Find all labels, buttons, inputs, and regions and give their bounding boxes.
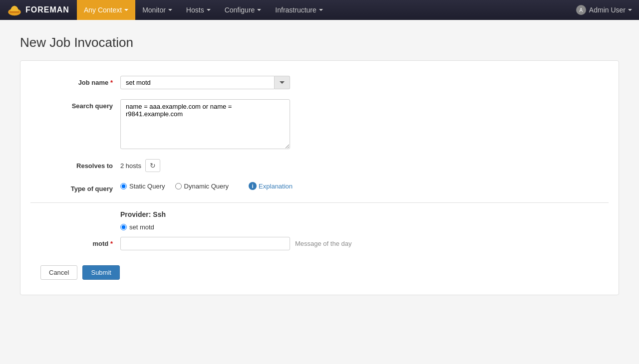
nav-item-hosts[interactable]: Hosts bbox=[179, 0, 218, 20]
nav-item-any-context[interactable]: Any Context bbox=[77, 0, 135, 20]
provider-job-option[interactable]: set motd bbox=[120, 223, 154, 231]
main-content: New Job Invocation Job name * Search que… bbox=[0, 20, 639, 305]
form-container: Job name * Search query name = aaa.examp… bbox=[20, 60, 619, 295]
job-name-label: Job name * bbox=[30, 76, 120, 86]
motd-input-row: Message of the day bbox=[120, 237, 351, 250]
resolves-to-value: 2 hosts bbox=[120, 162, 141, 170]
navbar-right: A Admin User bbox=[569, 0, 639, 20]
motd-label: motd * bbox=[30, 237, 120, 247]
nav-item-configure[interactable]: Configure bbox=[218, 0, 269, 20]
brand-link[interactable]: FOREMAN bbox=[0, 0, 77, 20]
dynamic-query-radio[interactable] bbox=[175, 183, 182, 189]
refresh-button[interactable]: ↻ bbox=[145, 159, 160, 172]
resolves-to-label: Resolves to bbox=[30, 159, 120, 170]
search-query-label: Search query bbox=[30, 99, 120, 110]
brand-name: FOREMAN bbox=[25, 5, 69, 14]
static-query-label: Static Query bbox=[129, 182, 165, 190]
chevron-down-icon bbox=[207, 9, 211, 11]
nav-item-monitor[interactable]: Monitor bbox=[135, 0, 179, 20]
chevron-down-icon bbox=[124, 9, 128, 11]
provider-section: Provider: Ssh set motd motd * Message of… bbox=[30, 202, 609, 250]
dynamic-query-label: Dynamic Query bbox=[184, 182, 229, 190]
motd-group: motd * Message of the day bbox=[30, 237, 609, 250]
chevron-down-icon bbox=[280, 81, 285, 84]
refresh-icon: ↻ bbox=[150, 162, 156, 170]
search-query-textarea[interactable]: name = aaa.example.com or name = r9841.e… bbox=[120, 99, 290, 149]
info-icon: i bbox=[249, 182, 257, 190]
job-name-input[interactable] bbox=[120, 76, 275, 89]
job-name-dropdown-btn[interactable] bbox=[275, 76, 290, 89]
search-query-group: Search query name = aaa.example.com or n… bbox=[30, 99, 609, 149]
type-of-query-group: Type of query Static Query Dynamic Query… bbox=[30, 182, 609, 192]
page-title: New Job Invocation bbox=[20, 35, 619, 50]
provider-job-radio[interactable] bbox=[120, 224, 127, 230]
nav-item-administer[interactable]: A Admin User bbox=[569, 0, 639, 20]
resolves-to-group: Resolves to 2 hosts ↻ bbox=[30, 159, 609, 172]
provider-job-label: set motd bbox=[129, 223, 154, 231]
motd-input[interactable] bbox=[120, 237, 290, 250]
static-query-radio[interactable] bbox=[120, 183, 127, 189]
job-name-input-group bbox=[120, 76, 290, 89]
submit-button[interactable]: Submit bbox=[82, 265, 119, 280]
svg-rect-1 bbox=[9, 11, 19, 13]
nav-item-infrastructure[interactable]: Infrastructure bbox=[268, 0, 329, 20]
provider-title: Provider: Ssh bbox=[120, 210, 609, 218]
foreman-logo-icon bbox=[7, 3, 21, 17]
avatar: A bbox=[576, 5, 586, 15]
navbar: FOREMAN Any Context Monitor Hosts Config… bbox=[0, 0, 639, 20]
dynamic-query-option[interactable]: Dynamic Query bbox=[175, 182, 229, 190]
chevron-down-icon bbox=[168, 9, 172, 11]
motd-hint: Message of the day bbox=[295, 240, 351, 247]
provider-radio-row: set motd bbox=[120, 223, 609, 231]
static-query-option[interactable]: Static Query bbox=[120, 182, 165, 190]
chevron-down-icon bbox=[257, 9, 261, 11]
cancel-button[interactable]: Cancel bbox=[40, 265, 77, 280]
type-of-query-label: Type of query bbox=[30, 182, 120, 192]
query-type-options: Static Query Dynamic Query i Explanation bbox=[120, 182, 293, 190]
form-actions: Cancel Submit bbox=[30, 265, 609, 280]
chevron-down-icon bbox=[319, 9, 323, 11]
chevron-down-icon bbox=[628, 9, 632, 11]
explanation-link[interactable]: i Explanation bbox=[249, 182, 293, 190]
resolves-to-row: 2 hosts ↻ bbox=[120, 159, 160, 172]
job-name-group: Job name * bbox=[30, 76, 609, 89]
nav-items: Any Context Monitor Hosts Configure Infr… bbox=[77, 0, 569, 20]
